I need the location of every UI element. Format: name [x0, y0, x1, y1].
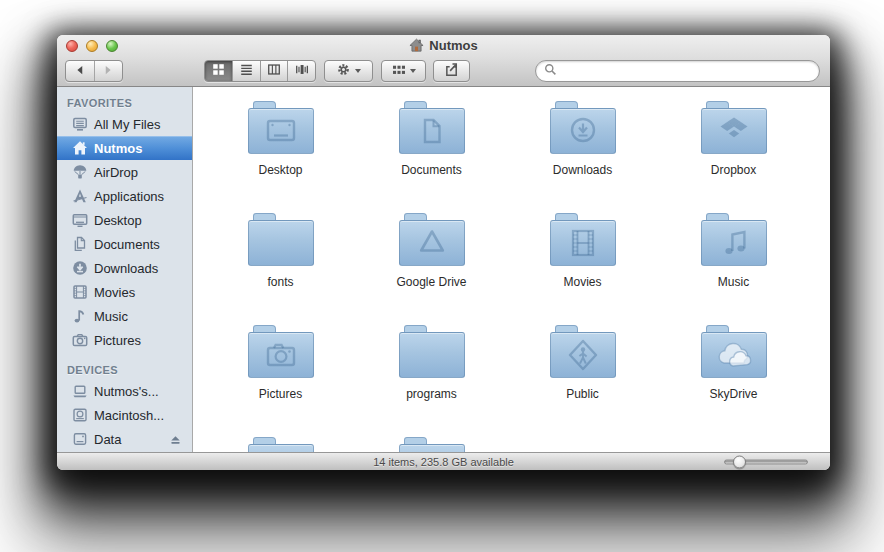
- folder-icon: [248, 325, 314, 380]
- folder-emblem-music: [701, 220, 767, 266]
- folder-emblem-desktop: [248, 108, 314, 154]
- share-icon: [444, 62, 460, 81]
- status-bar: 14 items, 235.8 GB available: [57, 452, 830, 470]
- folder-label: Desktop: [258, 163, 302, 177]
- folder-music[interactable]: Music: [658, 213, 809, 325]
- window-controls: [66, 40, 118, 52]
- file-browser: DesktopDocumentsDownloadsDropboxfontsGoo…: [193, 87, 830, 452]
- folder-skydrive[interactable]: SkyDrive: [658, 325, 809, 437]
- sidebar-item-label: Documents: [94, 237, 160, 252]
- folder-downloads[interactable]: Downloads: [507, 101, 658, 213]
- search-input[interactable]: [562, 64, 811, 78]
- folder-documents[interactable]: Documents: [356, 101, 507, 213]
- documents-icon: [71, 236, 88, 253]
- folder-emblem-document: [399, 108, 465, 154]
- folder-desktop[interactable]: Desktop: [205, 101, 356, 213]
- folder-google-drive[interactable]: Google Drive: [356, 213, 507, 325]
- sidebar-item-label: Desktop: [94, 213, 142, 228]
- folder-dropbox[interactable]: Dropbox: [658, 101, 809, 213]
- folder-label: Public: [566, 387, 599, 401]
- folder-partially-visible[interactable]: [356, 437, 507, 452]
- sidebar-item-data[interactable]: Data: [57, 427, 192, 451]
- list-view-button[interactable]: [232, 61, 260, 81]
- folder-icon: [248, 213, 314, 268]
- search-field[interactable]: [535, 60, 820, 82]
- sidebar-section-title: FAVORITES: [57, 94, 192, 112]
- disk-icon: [71, 431, 88, 448]
- search-icon: [544, 62, 557, 80]
- folder-label: programs: [406, 387, 457, 401]
- folder-pictures[interactable]: Pictures: [205, 325, 356, 437]
- folder-label: Pictures: [259, 387, 302, 401]
- folder-label: fonts: [267, 275, 293, 289]
- eject-icon[interactable]: [169, 433, 182, 446]
- sidebar-section-favorites: FAVORITESAll My FilesNutmosAirDropApplic…: [57, 94, 192, 352]
- applications-icon: [71, 188, 88, 205]
- folder-grid: DesktopDocumentsDownloadsDropboxfontsGoo…: [193, 87, 830, 452]
- sidebar-item-macintosh[interactable]: Macintosh...: [57, 403, 192, 427]
- folder-emblem-none: [248, 220, 314, 266]
- window-title: Nutmos: [409, 38, 477, 53]
- icon-view-button[interactable]: [205, 61, 232, 81]
- folder-fonts[interactable]: fonts: [205, 213, 356, 325]
- status-text: 14 items, 235.8 GB available: [373, 456, 514, 468]
- action-menu-button[interactable]: [324, 60, 373, 82]
- sidebar-item-music[interactable]: Music: [57, 304, 192, 328]
- minimize-button[interactable]: [86, 40, 98, 52]
- folder-icon: [550, 101, 616, 156]
- folder-label: Downloads: [553, 163, 612, 177]
- folder-icon: [399, 437, 465, 452]
- folder-icon: [399, 325, 465, 380]
- sidebar-item-applications[interactable]: Applications: [57, 184, 192, 208]
- sidebar-item-label: AirDrop: [94, 165, 138, 180]
- back-button[interactable]: [66, 61, 94, 81]
- slider-knob[interactable]: [733, 455, 746, 468]
- zoom-button[interactable]: [106, 40, 118, 52]
- sidebar-item-label: Applications: [94, 189, 164, 204]
- sidebar-item-pictures[interactable]: Pictures: [57, 328, 192, 352]
- arrange-menu-button[interactable]: [381, 60, 426, 82]
- folder-emblem-dropbox: [701, 108, 767, 154]
- sidebar-item-documents[interactable]: Documents: [57, 232, 192, 256]
- sidebar-item-all-my-files[interactable]: All My Files: [57, 112, 192, 136]
- folder-partially-visible[interactable]: [205, 437, 356, 452]
- close-button[interactable]: [66, 40, 78, 52]
- folder-emblem-camera: [248, 332, 314, 378]
- folder-emblem-gdrive: [399, 220, 465, 266]
- folder-icon: [701, 101, 767, 156]
- folder-emblem-clouds: [701, 332, 767, 378]
- movies-icon: [71, 284, 88, 301]
- folder-icon: [701, 325, 767, 380]
- share-button[interactable]: [433, 60, 470, 82]
- gear-icon: [336, 62, 351, 81]
- folder-movies[interactable]: Movies: [507, 213, 658, 325]
- forward-button[interactable]: [94, 61, 123, 81]
- icon-size-slider[interactable]: [724, 455, 808, 468]
- sidebar-item-movies[interactable]: Movies: [57, 280, 192, 304]
- sidebar-item-label: Music: [94, 309, 128, 324]
- titlebar[interactable]: Nutmos: [57, 35, 830, 56]
- sidebar-item-downloads[interactable]: Downloads: [57, 256, 192, 280]
- folder-emblem-public: [550, 332, 616, 378]
- coverflow-view-button[interactable]: [287, 61, 315, 81]
- sidebar-item-label: Nutmos's...: [94, 384, 159, 399]
- music-icon: [71, 308, 88, 325]
- folder-icon: [399, 101, 465, 156]
- column-view-button[interactable]: [260, 61, 288, 81]
- folder-label: Dropbox: [711, 163, 756, 177]
- sidebar-item-airdrop[interactable]: AirDrop: [57, 160, 192, 184]
- home-icon: [71, 140, 88, 157]
- sidebar-item-nutmos[interactable]: Nutmos: [57, 136, 192, 160]
- folder-public[interactable]: Public: [507, 325, 658, 437]
- sidebar-item-label: Movies: [94, 285, 135, 300]
- toolbar: [57, 58, 830, 84]
- sidebar-item-label: Macintosh...: [94, 408, 164, 423]
- airdrop-icon: [71, 164, 88, 181]
- sidebar-item-nutmos-s[interactable]: Nutmos's...: [57, 379, 192, 403]
- folder-emblem-none: [248, 444, 314, 452]
- folder-emblem-film: [550, 220, 616, 266]
- laptop-icon: [71, 383, 88, 400]
- folder-programs[interactable]: programs: [356, 325, 507, 437]
- sidebar-item-desktop[interactable]: Desktop: [57, 208, 192, 232]
- folder-label: SkyDrive: [709, 387, 757, 401]
